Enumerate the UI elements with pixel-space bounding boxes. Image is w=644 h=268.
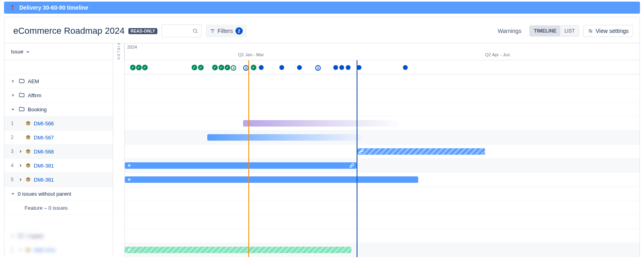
group-name: Booking	[28, 106, 47, 113]
group-name: Affirm	[28, 92, 41, 98]
chevron-down-icon	[26, 50, 30, 54]
link-icon	[359, 149, 364, 154]
row-number: 4	[11, 163, 16, 168]
today-line	[248, 60, 249, 257]
issue-column-label: Issue	[11, 49, 23, 55]
arrow-left-icon	[127, 163, 132, 168]
package-icon	[25, 135, 31, 140]
filter-icon	[210, 28, 215, 34]
timeline-row[interactable]	[125, 131, 640, 145]
folder-icon	[19, 92, 25, 98]
group-name: Copilot	[27, 233, 43, 239]
issue-key[interactable]: DMI-361	[34, 177, 54, 183]
issue-row[interactable]: 3 DMI-568	[4, 145, 113, 159]
package-icon	[25, 121, 31, 126]
package-icon	[25, 163, 31, 168]
release-marker[interactable]	[333, 65, 338, 70]
timeline-row[interactable]	[125, 159, 640, 173]
timeline-header: 2024 Q1 Jan - Mar Q2 Apr - Jun	[125, 43, 640, 60]
plan-body: Issue AEM Affirm Booking	[4, 43, 640, 257]
timeline-bar[interactable]	[125, 247, 351, 253]
release-marker[interactable]: 2	[231, 65, 236, 71]
quarter-label: Q1 Jan - Mar	[238, 52, 264, 57]
issue-key[interactable]: DMI-381	[34, 163, 54, 169]
folder-icon	[18, 233, 24, 239]
timeline-bar[interactable]	[125, 162, 357, 169]
package-icon	[25, 149, 31, 154]
release-marker[interactable]	[251, 65, 256, 70]
issue-row[interactable]: 4 DMI-381	[4, 159, 113, 173]
warnings-button[interactable]: Warnings	[494, 25, 526, 37]
issue-key[interactable]: DMI-568	[34, 149, 54, 155]
package-icon	[25, 247, 31, 253]
search-input[interactable]	[161, 25, 202, 37]
row-number: 2	[11, 135, 16, 140]
chevron-down-icon	[11, 107, 15, 111]
issue-column-header[interactable]: Issue	[4, 43, 113, 60]
issue-column: Issue AEM Affirm Booking	[4, 43, 113, 257]
release-markers-row: 222	[125, 60, 640, 74]
issue-row[interactable]: 5 DMI-361	[4, 173, 113, 187]
timeline-pane[interactable]: 2024 Q1 Jan - Mar Q2 Apr - Jun 222	[125, 43, 640, 257]
release-marker[interactable]	[279, 65, 284, 70]
timeline-toggle[interactable]: TIMELINE	[530, 26, 560, 36]
release-marker[interactable]	[259, 65, 264, 70]
folder-icon	[19, 106, 25, 113]
plan-title: eCommerce Roadmap 2024	[13, 26, 124, 36]
view-settings-label: View settings	[596, 28, 629, 34]
fields-column[interactable]: FIELDS	[113, 43, 125, 257]
filters-label: Filters	[218, 28, 233, 34]
arrow-left-icon	[127, 177, 132, 182]
release-marker[interactable]	[219, 65, 224, 70]
timeline-bar[interactable]	[243, 120, 398, 127]
chevron-right-icon	[11, 93, 15, 97]
release-marker[interactable]	[142, 65, 148, 70]
release-marker[interactable]	[403, 65, 408, 70]
timeline-bar[interactable]	[357, 148, 485, 155]
timeline-bar[interactable]	[207, 134, 362, 141]
quarter-label: Q2 Apr - Jun	[485, 52, 510, 57]
release-marker[interactable]	[346, 65, 351, 70]
issue-row[interactable]: 2 DMI-567	[4, 131, 113, 145]
list-toggle[interactable]: LIST	[560, 26, 578, 36]
chevron-right-icon	[11, 79, 15, 83]
release-marker[interactable]: 2	[315, 65, 321, 71]
release-marker[interactable]	[136, 65, 142, 70]
folder-icon	[19, 78, 25, 84]
marker-row-left	[4, 60, 113, 74]
issue-key[interactable]: DMI-566	[34, 121, 54, 127]
no-parent-row[interactable]: 0 issues without parent	[4, 187, 113, 201]
search-icon	[192, 28, 198, 34]
row-number: 1	[11, 121, 16, 126]
filters-button[interactable]: Filters 2	[206, 25, 247, 37]
release-marker[interactable]	[198, 65, 204, 70]
timeline-row[interactable]	[125, 117, 640, 131]
timeline-row[interactable]	[125, 243, 640, 257]
release-marker[interactable]	[212, 65, 218, 70]
view-toggle: TIMELINE LIST	[529, 25, 579, 37]
svg-point-9	[590, 31, 591, 32]
chevron-right-icon	[19, 164, 23, 168]
group-row[interactable]: Affirm	[4, 88, 113, 102]
year-label: 2024	[127, 45, 137, 49]
issue-row[interactable]: 1 DMI-566	[4, 117, 113, 131]
release-marker[interactable]	[339, 65, 344, 70]
svg-point-0	[12, 8, 13, 10]
release-marker[interactable]	[225, 65, 230, 70]
timeline-row[interactable]	[125, 145, 640, 159]
view-settings-button[interactable]: View settings	[583, 25, 633, 37]
header-bar: eCommerce Roadmap 2024 READ-ONLY Filters…	[4, 17, 640, 43]
release-marker[interactable]	[130, 65, 136, 70]
timeline-bar[interactable]	[125, 176, 418, 183]
issue-key[interactable]: DMI-567	[34, 135, 54, 141]
group-name: AEM	[28, 78, 39, 84]
no-parent-label: 0 issues without parent	[18, 191, 71, 197]
fields-label: FIELDS	[113, 43, 124, 60]
row-number: 5	[11, 177, 16, 182]
chevron-down-icon	[11, 192, 15, 196]
group-row[interactable]: AEM	[4, 74, 113, 88]
timeline-row[interactable]	[125, 173, 640, 187]
group-row[interactable]: Booking	[4, 102, 113, 117]
release-marker[interactable]	[192, 65, 197, 70]
release-marker[interactable]	[297, 65, 302, 70]
